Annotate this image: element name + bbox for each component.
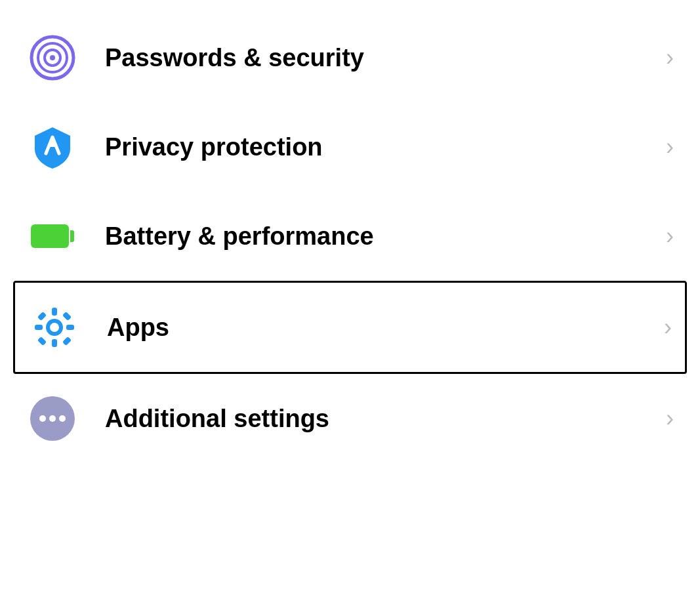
svg-point-4 — [50, 323, 59, 332]
battery-tip — [70, 230, 74, 242]
svg-rect-7 — [35, 325, 43, 330]
battery-icon-wrapper — [26, 210, 79, 262]
apps-icon-wrapper — [28, 301, 81, 354]
svg-point-3 — [50, 55, 55, 60]
privacy-icon-wrapper — [26, 121, 79, 173]
privacy-protection-label: Privacy protection — [105, 133, 653, 161]
svg-rect-6 — [52, 339, 57, 347]
dot-1 — [39, 415, 46, 422]
dot-3 — [59, 415, 66, 422]
privacy-protection-chevron: › — [666, 133, 674, 161]
svg-rect-11 — [37, 337, 47, 346]
settings-item-privacy-protection[interactable]: Privacy protection › — [0, 102, 700, 192]
svg-rect-12 — [62, 337, 72, 346]
battery-performance-label: Battery & performance — [105, 222, 653, 251]
privacy-icon — [30, 124, 75, 170]
svg-rect-9 — [37, 312, 47, 321]
dot-2 — [49, 415, 56, 422]
battery-body — [31, 224, 69, 248]
passwords-security-label: Passwords & security — [105, 44, 653, 72]
battery-performance-chevron: › — [666, 222, 674, 250]
apps-chevron: › — [664, 314, 672, 341]
additional-settings-chevron: › — [666, 405, 674, 432]
additional-settings-label: Additional settings — [105, 405, 653, 433]
apps-icon — [31, 304, 77, 350]
settings-list: Passwords & security › Privacy protectio… — [0, 0, 700, 595]
passwords-security-chevron: › — [666, 44, 674, 72]
password-icon-wrapper — [26, 31, 79, 84]
settings-item-battery-performance[interactable]: Battery & performance › — [0, 192, 700, 281]
settings-item-apps[interactable]: Apps › — [13, 281, 687, 374]
apps-label: Apps — [107, 314, 651, 342]
svg-rect-8 — [66, 325, 74, 330]
additional-icon-wrapper — [26, 392, 79, 445]
svg-rect-10 — [62, 312, 72, 321]
svg-rect-5 — [52, 308, 57, 316]
settings-item-additional-settings[interactable]: Additional settings › — [0, 374, 700, 463]
additional-settings-icon — [30, 396, 75, 441]
settings-item-passwords-security[interactable]: Passwords & security › — [0, 13, 700, 102]
battery-icon — [31, 224, 74, 248]
password-icon — [30, 35, 75, 81]
